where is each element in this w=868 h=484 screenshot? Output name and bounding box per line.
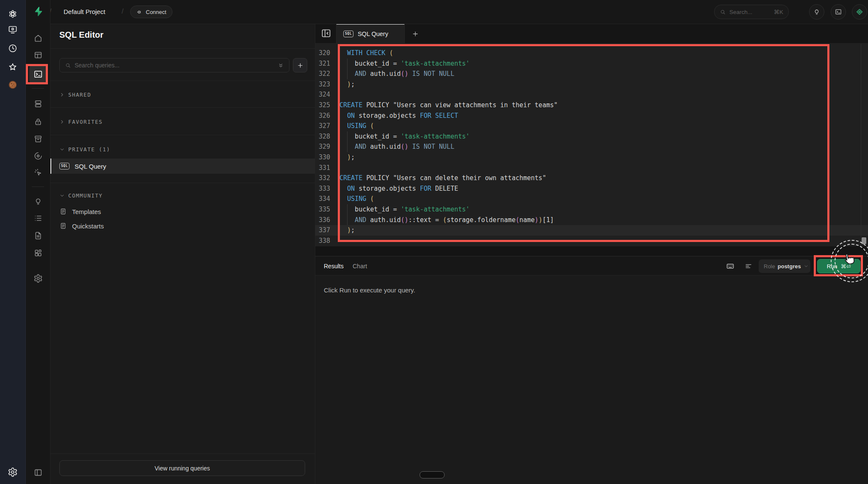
code-line-320: 320 WITH CHECK (: [315, 48, 868, 58]
divider: [50, 81, 315, 81]
chevron-down-icon: [804, 264, 809, 269]
search-icon: [720, 9, 726, 15]
divider: [50, 183, 315, 183]
empty-results-message: Click Run to execute your query.: [324, 287, 415, 294]
code-line-327: 327 USING (: [315, 121, 868, 131]
indent-guide: [347, 204, 348, 215]
doc-icon: [59, 222, 67, 230]
section-community[interactable]: COMMUNITY: [50, 187, 315, 203]
nav-orbit-icon[interactable]: [33, 151, 43, 161]
line-number: 329: [315, 142, 336, 152]
nav-logs-icon[interactable]: [33, 214, 43, 223]
code-line-329: 329 AND auth.uid() IS NOT NULL: [315, 142, 868, 152]
indent-guide: [347, 69, 348, 79]
browser-extension-rail: [0, 0, 26, 484]
nav-lightbulb-icon[interactable]: [33, 197, 43, 206]
line-number: 336: [315, 215, 336, 225]
code-text: );: [336, 79, 868, 90]
tab-sql-query[interactable]: SQL SQL Query: [336, 24, 405, 43]
lightbulb-button[interactable]: [809, 4, 824, 19]
indent-guide: [347, 215, 348, 225]
nav-database-icon[interactable]: [33, 99, 43, 108]
code-text: CREATE POLICY "Users can view attachment…: [336, 100, 868, 111]
section-shared[interactable]: SHARED: [50, 86, 315, 103]
line-number: 337: [315, 225, 336, 236]
line-number: 331: [315, 163, 336, 173]
cookie-icon[interactable]: [8, 80, 18, 90]
breadcrumb-project[interactable]: Default Project: [64, 8, 105, 15]
supabase-nav-rail: [26, 0, 50, 484]
section-private[interactable]: PRIVATE (1): [50, 141, 315, 157]
nav-lock-icon[interactable]: [33, 117, 43, 126]
nav-storage-icon[interactable]: [33, 134, 43, 144]
divider: [50, 48, 315, 49]
run-query-button[interactable]: Run ⌘⏎: [817, 259, 860, 273]
queries-sidebar: SQL Editor Search queries... SHARED FAVO…: [50, 24, 315, 484]
code-text: bucket_id = 'task-attachments': [336, 58, 868, 69]
divider: [32, 88, 44, 89]
new-tab-button[interactable]: [409, 28, 421, 40]
chevron-right-icon: [59, 119, 65, 125]
code-line-325: 325CREATE POLICY "Users can view attachm…: [315, 100, 868, 111]
section-favorites[interactable]: FAVORITES: [50, 114, 315, 130]
code-line-321: 321 bucket_id = 'task-attachments': [315, 58, 868, 69]
nav-file-text-icon[interactable]: [33, 231, 43, 240]
sql-badge-icon: SQL: [343, 31, 353, 37]
editor-scrollbar-thumb[interactable]: [862, 237, 866, 244]
keyboard-shortcuts-icon[interactable]: [726, 262, 735, 271]
nav-home-icon[interactable]: [33, 33, 43, 43]
code-line-331: 331: [315, 163, 868, 173]
supabase-sql-editor-window: / Default Project / Connect Search... ⌘K…: [0, 0, 868, 484]
sql-code-editor[interactable]: 320 WITH CHECK (321 bucket_id = 'task-at…: [315, 44, 868, 246]
line-number: 320: [315, 48, 336, 58]
chevron-down-icon: [59, 193, 65, 198]
new-query-button[interactable]: [293, 58, 307, 72]
view-running-queries-button[interactable]: View running queries: [59, 460, 305, 476]
nav-blocks-icon[interactable]: [33, 248, 43, 258]
query-item-sql-query[interactable]: SQL SQL Query: [50, 159, 315, 174]
nav-gear-icon[interactable]: [33, 274, 43, 283]
plus-icon: [412, 30, 419, 38]
nav-terminal-icon[interactable]: [29, 65, 47, 83]
terminal-button[interactable]: [831, 4, 846, 19]
editor-tab-bar: SQL SQL Query: [315, 24, 868, 44]
line-number: 325: [315, 100, 336, 111]
line-number: 338: [315, 236, 336, 246]
indent-guide: [347, 58, 348, 69]
tab-chart[interactable]: Chart: [353, 256, 367, 275]
openai-icon[interactable]: [8, 9, 18, 19]
nav-panel-left-icon[interactable]: [33, 468, 43, 477]
divider: [50, 135, 315, 135]
indent-guide: [347, 142, 348, 152]
format-lines-icon[interactable]: [745, 262, 753, 270]
code-line-332: 332CREATE POLICY "Users can delete their…: [315, 173, 868, 184]
supabase-logo-icon[interactable]: [33, 6, 44, 17]
nav-table-icon[interactable]: [33, 50, 43, 60]
code-text: );: [336, 225, 868, 236]
diamond-button[interactable]: [852, 4, 867, 19]
line-number: 335: [315, 204, 336, 215]
breadcrumb-slash: /: [122, 8, 123, 15]
editor-scrollbar-track: [861, 44, 861, 246]
chevrons-down-icon[interactable]: [278, 62, 284, 69]
resize-handle[interactable]: [420, 471, 445, 478]
clock-icon[interactable]: [8, 43, 18, 53]
tab-results[interactable]: Results: [324, 256, 344, 276]
code-text: );: [336, 152, 868, 163]
screen-share-icon[interactable]: [8, 25, 18, 35]
star-icon[interactable]: [8, 62, 18, 72]
global-search-input[interactable]: Search... ⌘K: [714, 5, 789, 19]
query-search-input[interactable]: Search queries...: [59, 58, 289, 72]
nav-cursor-click-icon[interactable]: [33, 168, 43, 177]
gear-icon[interactable]: [8, 467, 18, 477]
community-item-quickstarts[interactable]: Quickstarts: [50, 218, 315, 234]
code-line-330: 330 );: [315, 152, 868, 163]
code-text: WITH CHECK (: [336, 48, 868, 58]
code-line-338: 338: [315, 236, 868, 246]
code-line-336: 336 AND auth.uid()::text = (storage.fold…: [315, 215, 868, 225]
code-line-333: 333 ON storage.objects FOR DELETE: [315, 184, 868, 194]
community-item-templates[interactable]: Templates: [50, 204, 315, 219]
collapse-panel-icon[interactable]: [320, 28, 332, 39]
role-selector[interactable]: Role postgres: [759, 259, 810, 273]
connect-button[interactable]: Connect: [130, 6, 172, 18]
